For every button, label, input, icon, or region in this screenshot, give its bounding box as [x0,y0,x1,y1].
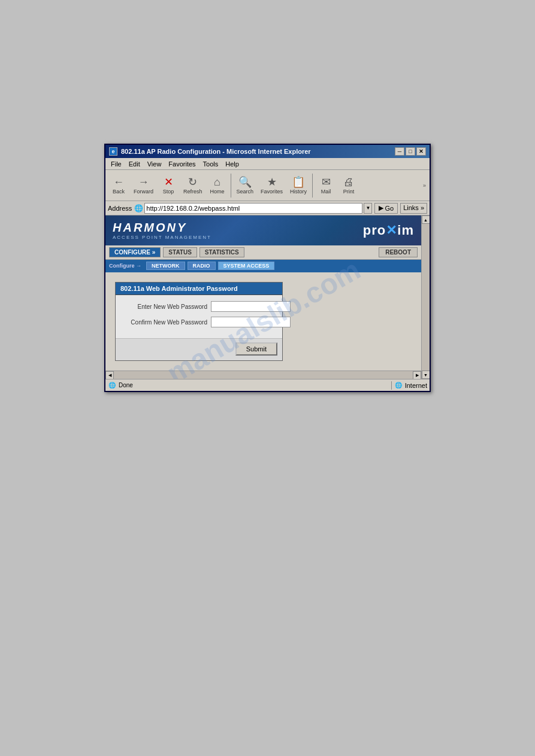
confirm-password-field[interactable] [211,317,291,327]
back-button[interactable]: ← Back [108,172,129,199]
toolbar-separator2 [312,174,313,198]
forward-button[interactable]: → Forward [131,172,156,199]
toolbar: ← Back → Forward ✕ Stop ↻ Refresh ⌂ Home… [105,170,430,201]
title-buttons: ─ □ ✕ [395,147,426,156]
history-icon: 📋 [292,177,305,187]
form-submit-row: Submit [116,338,282,360]
internet-zone-label: Internet [405,382,427,389]
network-tab[interactable]: Network [146,262,185,270]
address-ie-icon: 🌐 [134,204,143,212]
new-password-field[interactable] [211,301,291,312]
links-button[interactable]: Links » [400,203,427,214]
submit-button[interactable]: Submit [235,342,277,356]
content-scroll: Harmony Access Point Management pro✕im C… [105,215,430,379]
window-title: 802.11a AP Radio Configuration - Microso… [121,148,311,155]
print-icon: 🖨 [343,177,354,187]
history-label: History [290,189,307,195]
statistics-tab[interactable]: Statistics [200,247,244,257]
search-label: Search [237,189,254,195]
subnav-label: Configure → [109,263,144,269]
reboot-button[interactable]: Reboot [379,247,418,257]
home-label: Home [210,189,225,195]
status-bar: 🌐 Done 🌐 Internet [105,379,430,391]
title-bar: e 802.11a AP Radio Configuration - Micro… [105,145,430,158]
refresh-button[interactable]: ↻ Refresh [180,172,205,199]
address-bar: Address 🌐 ▼ ▶ Go Links » [105,201,430,215]
form-box: 802.11a Web Administrator Password Enter… [115,282,283,361]
menu-bar: File Edit View Favorites Tools Help [105,158,430,170]
print-label: Print [343,189,355,195]
back-label: Back [113,189,125,195]
mail-button[interactable]: ✉ Mail [315,172,337,199]
vscroll-down-button[interactable]: ▼ [422,371,430,379]
home-button[interactable]: ⌂ Home [207,172,228,199]
form-area: manualslib.com 802.11a Web Administrator… [105,272,421,371]
home-icon: ⌂ [214,177,220,187]
system-access-tab[interactable]: System Access [218,262,275,270]
new-password-label: Enter New Web Password [120,303,207,310]
minimize-button[interactable]: ─ [395,147,404,156]
address-dropdown[interactable]: ▼ [364,203,372,214]
hscrollbar: ◀ ▶ [105,371,421,379]
proxim-logo: pro✕im [363,223,414,238]
confirm-password-label: Confirm New Web Password [120,319,207,326]
harmony-tagline: Access Point Management [113,235,211,240]
menu-edit[interactable]: Edit [126,159,143,169]
status-text: Done [119,382,389,388]
mail-label: Mail [321,189,331,195]
stop-label: Stop [163,189,174,195]
vscroll-track[interactable] [422,224,430,371]
refresh-label: Refresh [183,189,202,195]
form-title: 802.11a Web Administrator Password [116,283,282,295]
form-body: Enter New Web Password Confirm New Web P… [116,295,282,338]
mail-icon: ✉ [322,177,331,187]
print-button[interactable]: 🖨 Print [338,172,359,199]
menu-view[interactable]: View [144,159,165,169]
forward-icon: → [138,177,149,187]
menu-tools[interactable]: Tools [200,159,222,169]
go-button[interactable]: ▶ Go [374,203,398,214]
title-bar-left: e 802.11a AP Radio Configuration - Micro… [109,147,311,156]
search-button[interactable]: 🔍 Search [234,172,257,199]
go-label: Go [385,205,394,212]
favorites-icon: ★ [267,177,277,187]
vscrollbar: ▲ ▼ [421,215,430,379]
new-password-row: Enter New Web Password [120,301,277,312]
refresh-icon: ↻ [188,177,197,187]
harmony-brand: Harmony [113,221,211,235]
hscroll-track[interactable] [114,371,413,379]
stop-button[interactable]: ✕ Stop [158,172,179,199]
confirm-password-row: Confirm New Web Password [120,317,277,327]
address-label: Address [108,205,132,212]
close-button[interactable]: ✕ [416,147,426,156]
configure-tab[interactable]: Configure » [109,247,161,257]
harmony-branding: Harmony Access Point Management [113,221,211,240]
ie-icon: e [109,147,117,156]
menu-favorites[interactable]: Favorites [165,159,198,169]
toolbar-extend: » [422,181,427,190]
menu-help[interactable]: Help [222,159,242,169]
sub-nav-row: Configure → Network Radio System Access [105,260,421,272]
toolbar-separator [231,174,231,198]
history-button[interactable]: 📋 History [287,172,310,199]
radio-tab[interactable]: Radio [188,262,216,270]
status-tab[interactable]: Status [163,247,197,257]
status-ie-icon: 🌐 [108,381,116,390]
restore-button[interactable]: □ [406,147,415,156]
address-input[interactable] [144,203,362,214]
favorites-label: Favorites [261,189,283,195]
forward-label: Forward [134,189,153,195]
nav-tabs-row: Configure » Status Statistics Reboot [105,245,421,260]
ie-window: e 802.11a AP Radio Configuration - Micro… [104,144,431,392]
internet-icon: 🌐 [394,381,403,390]
proxim-header: Harmony Access Point Management pro✕im [105,215,421,245]
favorites-button[interactable]: ★ Favorites [258,172,286,199]
back-icon: ← [113,177,124,187]
hscroll-right-button[interactable]: ▶ [413,371,421,379]
menu-file[interactable]: File [108,159,125,169]
content-main: Harmony Access Point Management pro✕im C… [105,215,421,379]
address-input-wrap: 🌐 ▼ [134,203,372,214]
stop-icon: ✕ [164,177,173,187]
vscroll-up-button[interactable]: ▲ [422,215,430,224]
hscroll-left-button[interactable]: ◀ [105,371,114,379]
